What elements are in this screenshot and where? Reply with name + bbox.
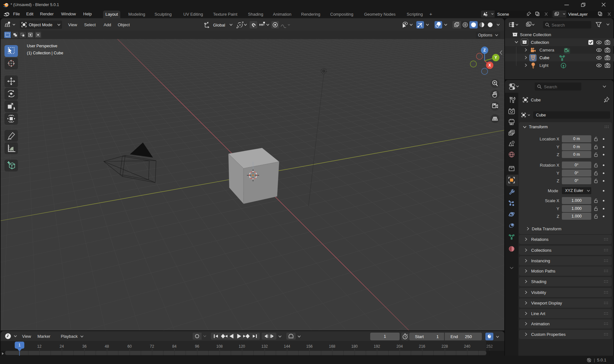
svg-text:Y: Y bbox=[494, 55, 497, 60]
svg-text:X: X bbox=[488, 63, 491, 67]
svg-text:Global: Global bbox=[213, 23, 225, 28]
svg-text:Z: Z bbox=[483, 48, 486, 52]
